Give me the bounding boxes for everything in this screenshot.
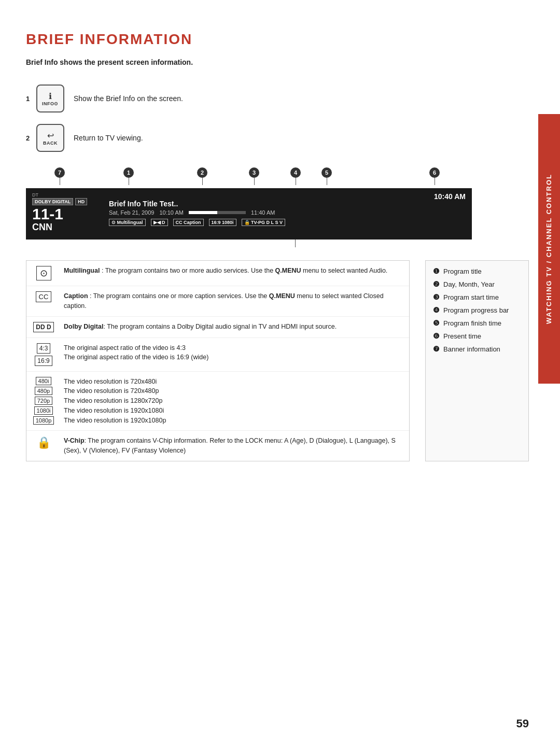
dolby-icon-cell: DD D xyxy=(31,322,57,332)
num-7-bubble: 7 xyxy=(54,167,65,178)
banner-line1: DT DOLBY DIGITAL HD 11-1 CNN Brief Info … xyxy=(32,192,466,233)
right-label-5: Program finish time xyxy=(443,319,501,327)
diag-num-2: 2 xyxy=(197,167,207,185)
multilingual-symbol: ⊙ xyxy=(36,266,51,280)
table-row-multilingual: ⊙ Multilingual : The program contains tw… xyxy=(26,261,409,286)
diag-num-1: 1 xyxy=(123,167,134,185)
dolby-symbol: DD D xyxy=(33,322,53,332)
right-label-4: Program progress bar xyxy=(443,306,509,314)
dolby-bold: Dolby Digital xyxy=(64,323,103,330)
ratio-icon: 16:9 1080i xyxy=(209,219,236,226)
channel-number: 11-1 xyxy=(32,206,63,222)
diag-line-5 xyxy=(327,178,327,185)
lower-section: ⊙ Multilingual : The program contains tw… xyxy=(26,260,529,461)
res-720p-symbol: 720p xyxy=(35,397,52,405)
banner-time-end: 11:40 AM xyxy=(251,209,275,216)
res-480i-symbol: 480i xyxy=(36,377,52,385)
multilingual-icon-cell: ⊙ xyxy=(31,266,57,280)
intro-text: Brief Info shows the present screen info… xyxy=(26,58,529,66)
caption-text: Caption : The program contains one or mo… xyxy=(64,291,405,311)
right-label-7: Banner information xyxy=(443,345,500,353)
progress-bar-inner xyxy=(189,211,217,214)
qmenu-ref-1: Q.MENU xyxy=(275,267,301,274)
main-content: BRIEF INFORMATION Brief Info shows the p… xyxy=(26,31,529,461)
diag-bottom-line xyxy=(26,240,472,247)
multilingual-icon: ⊙ Multilingual xyxy=(109,219,146,226)
banner-diagram: 7 1 2 3 4 xyxy=(26,167,472,247)
diag-num-4: 4 xyxy=(290,167,301,185)
right-label-3: Program start time xyxy=(443,293,499,301)
vchip-bold: V-Chip xyxy=(64,437,85,444)
res-1080p-symbol: 1080p xyxy=(33,416,54,425)
banner-date-row: Sat, Feb 21, 2009 10:10 AM 11:40 AM xyxy=(109,209,434,216)
banner-present-time: 10:40 AM xyxy=(434,192,466,201)
vchip-text: V-Chip: The program contains V-Chip info… xyxy=(64,436,405,456)
diag-line-3 xyxy=(254,178,255,185)
right-num-1: ❶ xyxy=(433,267,440,275)
multilingual-bold: Multilingual xyxy=(64,267,100,274)
right-num-7: ❼ xyxy=(433,345,440,353)
diag-line-4 xyxy=(296,178,296,185)
vchip-icon-cell: 🔒 xyxy=(31,436,57,449)
icons-table: ⊙ Multilingual : The program contains tw… xyxy=(26,260,410,461)
diag-num-5: 5 xyxy=(321,167,332,185)
num-3-bubble: 3 xyxy=(249,167,259,178)
back-icon: ↩ xyxy=(47,131,54,140)
right-label-2: Day, Month, Year xyxy=(443,280,495,288)
info-button-label: INFO⊙ xyxy=(42,101,59,106)
progress-bar-outer xyxy=(189,211,246,214)
back-button[interactable]: ↩ BACK xyxy=(36,124,64,152)
right-num-2: ❷ xyxy=(433,280,440,288)
qmenu-ref-2: Q.MENU xyxy=(269,292,295,300)
aspect-43-symbol: 4:3 xyxy=(37,343,51,354)
channel-name: CNN xyxy=(32,222,52,233)
step-1-number: 1 xyxy=(26,95,33,103)
right-num-6: ❻ xyxy=(433,332,440,340)
step-2-number: 2 xyxy=(26,134,33,142)
aspect-text: The original aspect ratio of the video i… xyxy=(64,343,405,363)
cc-icon: CC Caption xyxy=(173,219,204,226)
multilingual-text: Multilingual : The program contains two … xyxy=(64,266,405,276)
step-1-desc: Show the Brief Info on the screen. xyxy=(74,94,183,103)
dolby-text: Dolby Digital: The program contains a Do… xyxy=(64,322,405,332)
banner-box: DT DOLBY DIGITAL HD 11-1 CNN Brief Info … xyxy=(26,188,472,240)
tvpg-icon: 🔒 TV-PG D L S V xyxy=(242,219,285,226)
banner-channel-area: DT DOLBY DIGITAL HD 11-1 CNN xyxy=(32,192,100,233)
right-label-6: Present time xyxy=(443,332,481,340)
table-row-aspect: 4:3 16:9 The original aspect ratio of th… xyxy=(26,338,409,372)
page-number: 59 xyxy=(516,717,529,730)
res-480p-symbol: 480p xyxy=(35,387,52,395)
aspect-169-symbol: 16:9 xyxy=(35,356,52,366)
right-num-3: ❸ xyxy=(433,293,440,301)
right-list-item-5: ❺ Program finish time xyxy=(433,319,521,327)
table-row-caption: CC Caption : The program contains one or… xyxy=(26,286,409,317)
right-annotations-list: ❶ Program title ❷ Day, Month, Year ❸ Pro… xyxy=(425,260,529,461)
diag-line-7 xyxy=(60,178,60,185)
pt-label: DT xyxy=(32,192,38,198)
diag-num-7: 7 xyxy=(54,167,65,185)
aspect-icon-cell: 4:3 16:9 xyxy=(31,343,57,366)
diag-num-3: 3 xyxy=(249,167,259,185)
diag-line-2 xyxy=(202,178,203,185)
caption-symbol: CC xyxy=(36,291,52,302)
right-list-item-4: ❹ Program progress bar xyxy=(433,306,521,314)
num-1-bubble: 1 xyxy=(123,167,134,178)
info-icon: ℹ xyxy=(49,91,52,101)
right-list-item-1: ❶ Program title xyxy=(433,267,521,275)
right-list-item-3: ❸ Program start time xyxy=(433,293,521,301)
banner-icons-row: ⊙ Multilingual ▶◀ D CC Caption 16:9 1080… xyxy=(109,219,434,226)
info-button[interactable]: ℹ INFO⊙ xyxy=(36,85,64,112)
side-tab: WATCHING TV / CHANNEL CONTROL xyxy=(538,114,560,384)
table-row-vchip: 🔒 V-Chip: The program contains V-Chip in… xyxy=(26,431,409,461)
resolution-text: The video resolution is 720x480i The vid… xyxy=(64,377,405,426)
num-2-bubble: 2 xyxy=(197,167,207,178)
progress-annotation-line xyxy=(295,240,296,247)
lock-icon: 🔒 xyxy=(37,436,51,449)
right-list-item-7: ❼ Banner information xyxy=(433,345,521,353)
table-row-dolby: DD D Dolby Digital: The program contains… xyxy=(26,317,409,338)
banner-info-area: Brief Info Title Test.. Sat, Feb 21, 200… xyxy=(109,200,434,226)
dd-icon: ▶◀ D xyxy=(151,219,168,226)
dolby-badge: DOLBY DIGITAL xyxy=(32,198,73,205)
num-4-bubble: 4 xyxy=(290,167,301,178)
resolution-icon-cell: 480i 480p 720p 1080i 1080p xyxy=(31,377,57,425)
